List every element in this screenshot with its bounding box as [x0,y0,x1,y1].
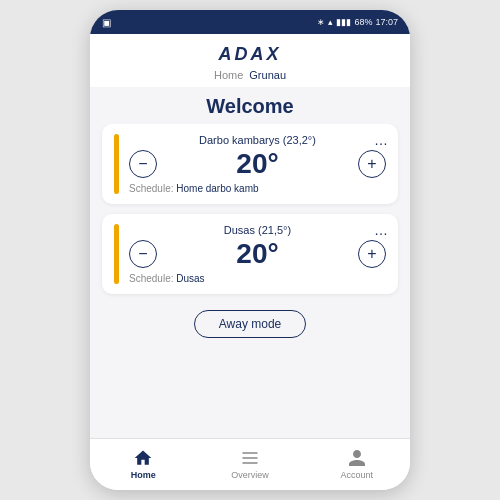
decrease-temp-btn-1[interactable]: − [129,150,157,178]
bluetooth-icon: ∗ [317,17,325,27]
main-area: … Darbo kambarys (23,2°) − 20° + Schedul… [90,124,410,438]
nav-item-account[interactable]: Account [303,448,410,480]
status-right: ∗ ▴ ▮▮▮ 68% 17:07 [317,17,398,27]
app-content: ADAX Home Grunau Welcome … Darbo kambary… [90,34,410,490]
away-mode-button[interactable]: Away mode [194,310,306,338]
breadcrumb: Home Grunau [106,69,394,81]
notification-icon: ▣ [102,17,111,28]
bottom-nav: Home Overview Account [90,438,410,490]
status-bar: ▣ ∗ ▴ ▮▮▮ 68% 17:07 [90,10,410,34]
increase-temp-btn-2[interactable]: + [358,240,386,268]
status-left: ▣ [102,17,111,28]
device-name-1: Darbo kambarys (23,2°) [129,134,386,146]
schedule-link-2[interactable]: Dusas [176,273,204,284]
device-accent-1 [114,134,119,194]
signal-icon: ▮▮▮ [336,17,351,27]
device-accent-2 [114,224,119,284]
home-icon [133,448,153,468]
account-icon [347,448,367,468]
schedule-link-1[interactable]: Home darbo kamb [176,183,258,194]
device-controls-1: − 20° + [129,148,386,180]
device-schedule-2: Schedule: Dusas [129,273,386,284]
phone-frame: ▣ ∗ ▴ ▮▮▮ 68% 17:07 ADAX Home Grunau Wel… [90,10,410,490]
nav-label-home: Home [131,470,156,480]
device-card-2: … Dusas (21,5°) − 20° + Schedule: Dusas [102,214,398,294]
device-schedule-1: Schedule: Home darbo kamb [129,183,386,194]
device-card-inner-2: Dusas (21,5°) − 20° + Schedule: Dusas [114,224,386,284]
device-body-2: Dusas (21,5°) − 20° + Schedule: Dusas [129,224,386,284]
device-card-inner-1: Darbo kambarys (23,2°) − 20° + Schedule:… [114,134,386,194]
breadcrumb-home: Home [214,69,243,81]
device-body-1: Darbo kambarys (23,2°) − 20° + Schedule:… [129,134,386,194]
welcome-title: Welcome [90,87,410,124]
schedule-label-2: Schedule: [129,273,173,284]
temp-display-2: 20° [236,238,278,270]
nav-item-home[interactable]: Home [90,448,197,480]
nav-label-overview: Overview [231,470,269,480]
temp-display-1: 20° [236,148,278,180]
schedule-label-1: Schedule: [129,183,173,194]
clock: 17:07 [375,17,398,27]
device-card-1: … Darbo kambarys (23,2°) − 20° + Schedul… [102,124,398,204]
more-options-btn-1[interactable]: … [374,132,388,148]
wifi-icon: ▴ [328,17,333,27]
decrease-temp-btn-2[interactable]: − [129,240,157,268]
more-options-btn-2[interactable]: … [374,222,388,238]
increase-temp-btn-1[interactable]: + [358,150,386,178]
device-name-2: Dusas (21,5°) [129,224,386,236]
away-mode-wrap: Away mode [102,304,398,348]
device-controls-2: − 20° + [129,238,386,270]
nav-item-overview[interactable]: Overview [197,448,304,480]
overview-icon [240,448,260,468]
app-header: ADAX Home Grunau [90,34,410,87]
nav-label-account: Account [340,470,373,480]
adax-logo: ADAX [106,44,394,65]
breadcrumb-current: Grunau [249,69,286,81]
battery-level: 68% [354,17,372,27]
